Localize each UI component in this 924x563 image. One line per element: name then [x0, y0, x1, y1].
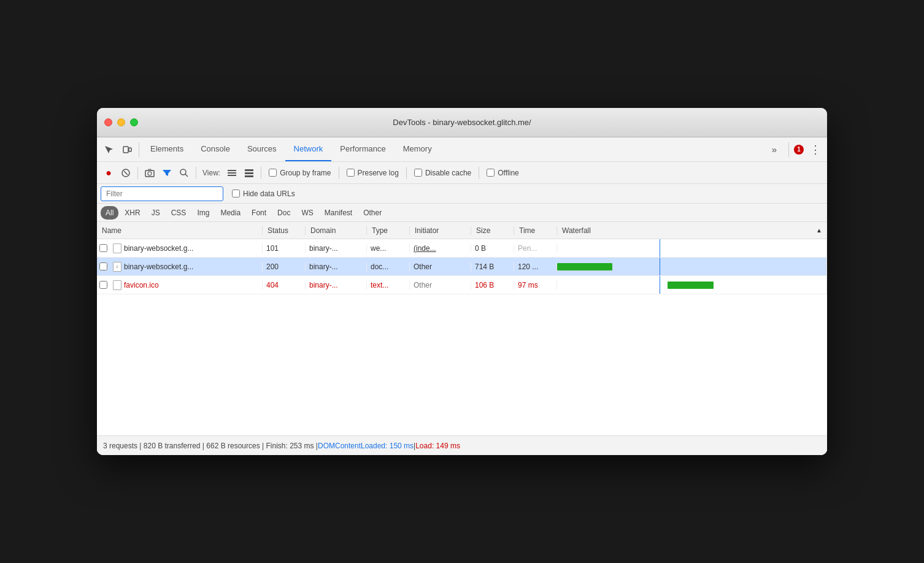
- error-badge: 1: [794, 145, 804, 155]
- cell-domain-2: binary-...: [306, 262, 367, 271]
- file-icon-1: [113, 243, 121, 253]
- camera-button[interactable]: [142, 165, 158, 181]
- offline-checkbox[interactable]: Offline: [483, 169, 522, 177]
- cell-waterfall-1: [557, 239, 827, 257]
- file-icon-3: [113, 280, 121, 290]
- record-button[interactable]: ●: [101, 165, 117, 181]
- svg-rect-12: [245, 172, 253, 174]
- group-by-frame-checkbox[interactable]: Group by frame: [265, 169, 334, 177]
- cell-name-2: ≡ binary-websocket.g...: [109, 262, 263, 272]
- col-header-time[interactable]: Time: [514, 226, 557, 235]
- table-row[interactable]: ≡ binary-websocket.g... 200 binary-... d…: [97, 258, 827, 276]
- type-btn-js[interactable]: JS: [147, 206, 165, 220]
- toolbar-divider-1: [139, 142, 139, 157]
- filter-button[interactable]: [159, 165, 175, 181]
- titlebar: DevTools - binary-websocket.glitch.me/: [97, 108, 827, 137]
- cell-type-1: we...: [367, 244, 410, 253]
- waterfall-bar-3: [668, 282, 714, 289]
- filter-input[interactable]: [101, 186, 223, 201]
- devtools-menu-button[interactable]: ⋮: [806, 140, 825, 159]
- type-btn-manifest[interactable]: Manifest: [320, 206, 357, 220]
- table-header: Name Status Domain Type Initiator Size T…: [97, 222, 827, 239]
- more-tabs-button[interactable]: »: [765, 140, 783, 159]
- cell-domain-3: binary-...: [306, 281, 367, 289]
- toolbar-divider-2: [788, 142, 789, 157]
- file-icon-2: ≡: [113, 262, 121, 272]
- network-table: binary-websocket.g... 101 binary-... we.…: [97, 239, 827, 435]
- cell-status-2: 200: [263, 262, 306, 271]
- cell-initiator-2: Other: [410, 262, 471, 271]
- tab-elements[interactable]: Elements: [142, 137, 192, 161]
- device-toolbar-icon-button[interactable]: [118, 140, 136, 159]
- status-bar: 3 requests | 820 B transferred | 662 B r…: [97, 435, 827, 455]
- tab-sources[interactable]: Sources: [239, 137, 285, 161]
- type-btn-all[interactable]: All: [101, 206, 118, 220]
- cell-waterfall-2: [557, 258, 827, 275]
- search-button[interactable]: [176, 165, 192, 181]
- col-header-status[interactable]: Status: [263, 226, 306, 235]
- cell-size-3: 106 B: [471, 281, 514, 289]
- net-divider-6: [479, 167, 479, 179]
- net-divider-3: [261, 167, 261, 179]
- type-btn-media[interactable]: Media: [215, 206, 245, 220]
- type-btn-ws[interactable]: WS: [296, 206, 318, 220]
- type-btn-css[interactable]: CSS: [166, 206, 191, 220]
- cell-name-1: binary-websocket.g...: [109, 243, 263, 253]
- empty-space: [97, 294, 827, 435]
- col-header-name[interactable]: Name: [97, 226, 263, 235]
- minimize-button[interactable]: [117, 118, 125, 126]
- disable-cache-checkbox[interactable]: Disable cache: [410, 169, 475, 177]
- col-header-domain[interactable]: Domain: [306, 226, 367, 235]
- sort-asc-icon: ▲: [816, 227, 822, 234]
- top-toolbar: Elements Console Sources Network Perform…: [97, 137, 827, 162]
- col-header-type[interactable]: Type: [367, 226, 410, 235]
- tab-network[interactable]: Network: [285, 137, 332, 161]
- toolbar-right: » 1 ⋮: [765, 140, 825, 159]
- cell-waterfall-3: [557, 276, 827, 294]
- clear-button[interactable]: [118, 165, 134, 181]
- row-checkbox-2[interactable]: [97, 262, 109, 270]
- type-btn-xhr[interactable]: XHR: [120, 206, 145, 220]
- waterfall-line-1: [660, 239, 660, 257]
- large-rows-button[interactable]: [241, 165, 257, 181]
- cell-size-1: 0 B: [471, 244, 514, 253]
- type-btn-doc[interactable]: Doc: [272, 206, 295, 220]
- table-row[interactable]: favicon.ico 404 binary-... text... Other…: [97, 276, 827, 294]
- net-divider-2: [196, 167, 196, 179]
- row-checkbox-1[interactable]: [97, 244, 109, 252]
- col-header-initiator[interactable]: Initiator: [410, 226, 471, 235]
- cell-status-3: 404: [263, 281, 306, 289]
- table-row[interactable]: binary-websocket.g... 101 binary-... we.…: [97, 239, 827, 258]
- type-filters: All XHR JS CSS Img Media Font Doc WS Man…: [97, 204, 827, 222]
- tab-memory[interactable]: Memory: [395, 137, 441, 161]
- tab-performance[interactable]: Performance: [331, 137, 394, 161]
- cell-time-3: 97 ms: [514, 281, 557, 289]
- maximize-button[interactable]: [130, 118, 138, 126]
- tab-console[interactable]: Console: [192, 137, 239, 161]
- type-btn-img[interactable]: Img: [192, 206, 214, 220]
- type-btn-font[interactable]: Font: [247, 206, 271, 220]
- cell-status-1: 101: [263, 244, 306, 253]
- svg-line-7: [185, 174, 188, 177]
- cell-type-3: text...: [367, 281, 410, 289]
- row-checkbox-3[interactable]: [97, 281, 109, 289]
- svg-rect-10: [228, 175, 236, 176]
- cell-initiator-1: (inde...: [410, 244, 471, 253]
- waterfall-line-2: [660, 258, 660, 275]
- status-requests-text: 3 requests | 820 B transferred | 662 B r…: [103, 442, 318, 450]
- inspector-icon-button[interactable]: [99, 140, 118, 159]
- cell-type-2: doc...: [367, 262, 410, 271]
- close-button[interactable]: [104, 118, 112, 126]
- net-divider-4: [339, 167, 339, 179]
- preserve-log-checkbox[interactable]: Preserve log: [343, 169, 402, 177]
- list-view-button[interactable]: [224, 165, 240, 181]
- svg-line-3: [124, 171, 128, 175]
- svg-point-5: [148, 172, 152, 175]
- hide-data-urls-checkbox[interactable]: Hide data URLs: [228, 190, 299, 198]
- network-toolbar: ●: [97, 162, 827, 184]
- cell-time-2: 120 ...: [514, 262, 557, 271]
- svg-rect-9: [228, 172, 236, 174]
- col-header-waterfall[interactable]: Waterfall ▲: [557, 226, 827, 235]
- col-header-size[interactable]: Size: [471, 226, 514, 235]
- type-btn-other[interactable]: Other: [358, 206, 387, 220]
